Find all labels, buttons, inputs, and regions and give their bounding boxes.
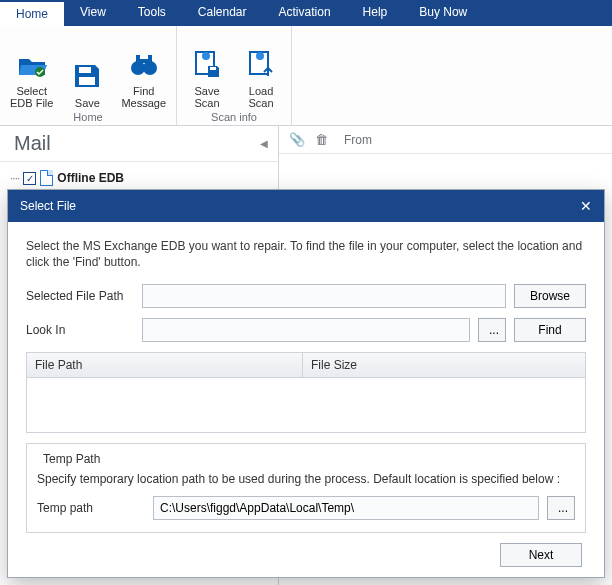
- svg-rect-1: [79, 67, 91, 73]
- look-in-label: Look In: [26, 323, 134, 337]
- column-file-path[interactable]: File Path: [27, 353, 303, 377]
- svg-rect-10: [210, 67, 216, 70]
- svg-rect-7: [140, 59, 148, 63]
- mail-title: Mail: [14, 132, 51, 155]
- tree-node-label: Offline EDB: [57, 171, 124, 185]
- tab-activation[interactable]: Activation: [263, 0, 347, 26]
- mail-header: Mail ◀: [0, 126, 278, 162]
- ribbon-group-home-title: Home: [73, 111, 102, 123]
- find-button[interactable]: Find: [514, 318, 586, 342]
- tab-calendar[interactable]: Calendar: [182, 0, 263, 26]
- temp-path-browse-button[interactable]: ...: [547, 496, 575, 520]
- svg-rect-5: [136, 55, 140, 63]
- temp-path-legend: Temp Path: [39, 452, 104, 466]
- document-icon: [40, 170, 53, 186]
- svg-rect-6: [148, 55, 152, 63]
- select-file-dialog: Select File ✕ Select the MS Exchange EDB…: [7, 189, 605, 578]
- svg-point-4: [143, 61, 157, 75]
- attachment-icon[interactable]: 📎: [289, 132, 305, 147]
- tree-dots-icon: ····: [10, 171, 19, 185]
- selected-file-path-label: Selected File Path: [26, 289, 134, 303]
- tab-view[interactable]: View: [64, 0, 122, 26]
- ribbon-group-scaninfo: Save Scan Load Scan Scan info: [177, 26, 292, 125]
- dialog-titlebar: Select File ✕: [8, 190, 604, 222]
- svg-rect-2: [79, 77, 95, 85]
- ribbon: Select EDB File Save Find Message Home: [0, 26, 612, 126]
- find-message-button[interactable]: Find Message: [121, 46, 166, 109]
- tree-node-offline-edb[interactable]: ···· ✓ Offline EDB: [10, 170, 268, 186]
- ribbon-group-home: Select EDB File Save Find Message Home: [0, 26, 177, 125]
- column-from[interactable]: From: [338, 133, 602, 147]
- save-label: Save: [75, 97, 100, 109]
- folder-open-icon: [17, 46, 47, 82]
- tab-tools[interactable]: Tools: [122, 0, 182, 26]
- menu-tabbar: Home View Tools Calendar Activation Help…: [0, 0, 612, 26]
- select-edb-file-button[interactable]: Select EDB File: [10, 46, 53, 109]
- doc-load-icon: [246, 46, 276, 82]
- tree-checkbox[interactable]: ✓: [23, 172, 36, 185]
- save-scan-label: Save Scan: [195, 85, 220, 109]
- ribbon-group-scaninfo-title: Scan info: [211, 111, 257, 123]
- binoculars-icon: [129, 46, 159, 82]
- chevron-left-icon[interactable]: ◀: [260, 138, 268, 149]
- doc-save-icon: [192, 46, 222, 82]
- save-button[interactable]: Save: [67, 58, 107, 109]
- save-scan-button[interactable]: Save Scan: [187, 46, 227, 109]
- load-scan-button[interactable]: Load Scan: [241, 46, 281, 109]
- svg-point-12: [256, 52, 264, 60]
- dialog-title: Select File: [20, 199, 76, 213]
- temp-path-input[interactable]: [153, 496, 539, 520]
- trash-icon[interactable]: 🗑: [315, 132, 328, 147]
- dialog-instruction: Select the MS Exchange EDB you want to r…: [26, 238, 586, 270]
- look-in-browse-button[interactable]: ...: [478, 318, 506, 342]
- temp-path-fieldset: Temp Path Specify temporary location pat…: [26, 443, 586, 533]
- look-in-input[interactable]: [142, 318, 470, 342]
- next-button[interactable]: Next: [500, 543, 582, 567]
- tab-buynow[interactable]: Buy Now: [403, 0, 483, 26]
- save-icon: [73, 58, 101, 94]
- svg-point-9: [202, 52, 210, 60]
- load-scan-label: Load Scan: [249, 85, 274, 109]
- temp-path-label: Temp path: [37, 501, 145, 515]
- column-file-size[interactable]: File Size: [303, 353, 585, 377]
- select-edb-file-label: Select EDB File: [10, 85, 53, 109]
- tab-help[interactable]: Help: [347, 0, 404, 26]
- svg-point-3: [131, 61, 145, 75]
- find-message-label: Find Message: [121, 85, 166, 109]
- temp-path-desc: Specify temporary location path to be us…: [37, 472, 575, 486]
- close-icon[interactable]: ✕: [580, 198, 592, 214]
- tab-home[interactable]: Home: [0, 0, 64, 26]
- results-table: File Path File Size: [26, 352, 586, 433]
- browse-button[interactable]: Browse: [514, 284, 586, 308]
- selected-file-path-input[interactable]: [142, 284, 506, 308]
